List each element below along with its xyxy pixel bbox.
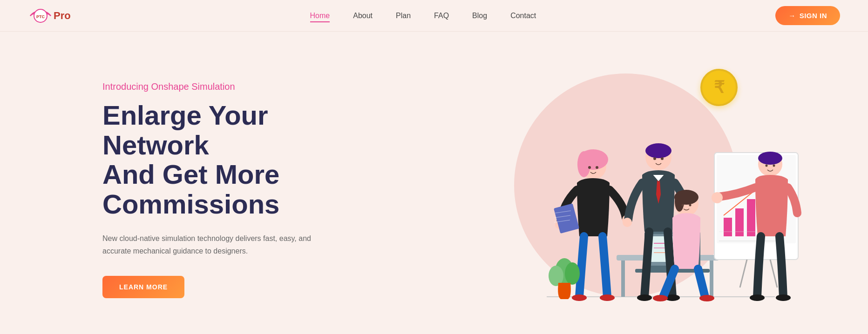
nav-links: Home About Plan FAQ Blog Contact: [310, 12, 536, 20]
nav-link-about[interactable]: About: [353, 12, 373, 20]
rupee-coin: ₹: [700, 69, 738, 106]
svg-point-49: [758, 152, 782, 165]
nav-item-contact[interactable]: Contact: [510, 12, 536, 20]
svg-point-34: [645, 143, 671, 158]
svg-point-44: [682, 204, 684, 207]
svg-point-58: [565, 262, 580, 285]
svg-point-53: [750, 294, 765, 301]
hero-subtitle: Introducing Onshape Simulation: [102, 81, 373, 92]
svg-point-47: [699, 295, 714, 301]
hero-title-line2: And Get More: [102, 159, 279, 189]
nav-link-faq[interactable]: FAQ: [434, 12, 449, 20]
svg-point-45: [689, 204, 692, 207]
svg-point-46: [653, 295, 668, 301]
nav-link-home[interactable]: Home: [310, 12, 330, 22]
svg-point-52: [712, 192, 723, 203]
nav-link-contact[interactable]: Contact: [510, 12, 536, 20]
svg-rect-16: [735, 208, 744, 236]
nav-item-faq[interactable]: FAQ: [434, 12, 449, 20]
svg-line-22: [740, 260, 747, 287]
svg-point-43: [675, 191, 684, 212]
hero-section: Introducing Onshape Simulation Enlarge Y…: [0, 32, 868, 334]
svg-point-36: [661, 157, 664, 160]
sign-in-button[interactable]: → SIGN IN: [775, 6, 840, 25]
hero-title-line1: Enlarge Your Network: [102, 100, 268, 160]
nav-item-plan[interactable]: Plan: [396, 12, 411, 20]
svg-point-35: [653, 157, 656, 160]
nav-link-blog[interactable]: Blog: [472, 12, 487, 20]
nav-item-about[interactable]: About: [353, 12, 373, 20]
svg-point-26: [577, 151, 590, 177]
logo-icon: PTC: [28, 6, 54, 26]
nav-item-home[interactable]: Home: [310, 12, 330, 20]
svg-rect-59: [554, 203, 579, 234]
svg-rect-17: [747, 199, 755, 236]
hero-title: Enlarge Your Network And Get More Commis…: [102, 100, 373, 219]
svg-point-27: [588, 166, 591, 169]
svg-rect-4: [621, 261, 625, 297]
svg-point-28: [596, 166, 598, 169]
learn-more-button[interactable]: LEARN MORE: [102, 276, 184, 298]
svg-point-32: [600, 294, 615, 301]
svg-point-54: [776, 294, 791, 301]
svg-point-51: [773, 165, 775, 167]
svg-rect-15: [724, 218, 732, 236]
hero-title-line3: Commissions: [102, 189, 279, 219]
hero-illustration: ₹: [486, 60, 812, 320]
svg-rect-5: [710, 261, 713, 297]
svg-point-31: [572, 294, 587, 301]
team-illustration-svg: [486, 60, 812, 320]
nav-link-plan[interactable]: Plan: [396, 12, 411, 20]
svg-point-50: [766, 165, 768, 167]
logo[interactable]: PTC Pro: [28, 6, 71, 26]
hero-description: New cloud-native simulation technology d…: [102, 232, 326, 257]
sign-in-label: SIGN IN: [800, 12, 827, 20]
svg-line-23: [770, 260, 777, 287]
sign-in-arrow-icon: →: [788, 12, 796, 20]
logo-text: Pro: [54, 10, 71, 22]
svg-point-37: [623, 218, 632, 227]
hero-content: Introducing Onshape Simulation Enlarge Y…: [102, 81, 373, 299]
navbar: PTC Pro Home About Plan FAQ Blog Contact…: [0, 0, 868, 32]
svg-point-39: [637, 294, 652, 301]
nav-item-blog[interactable]: Blog: [472, 12, 487, 20]
svg-text:PTC: PTC: [36, 14, 45, 19]
